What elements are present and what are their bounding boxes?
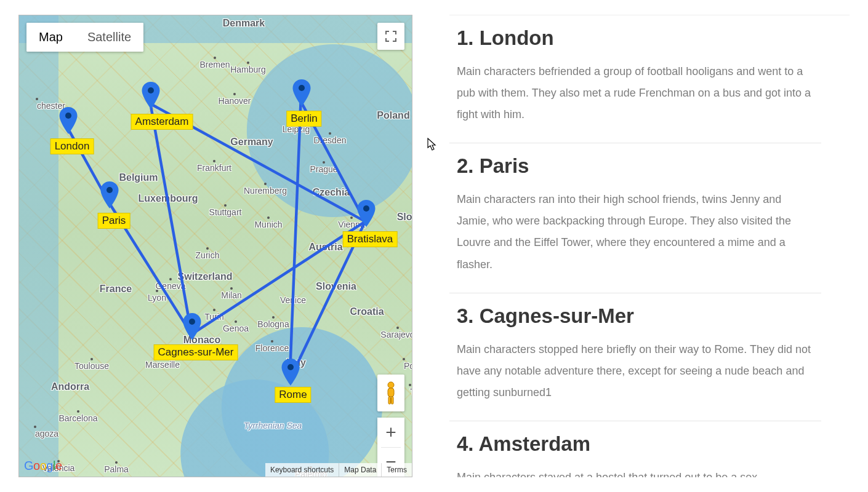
country-label: Slovenia xyxy=(316,281,356,292)
stop-title: 1. London xyxy=(457,26,814,50)
city-label: Florence xyxy=(255,343,289,353)
city-label: Munich xyxy=(254,220,282,229)
city-label: Hamburg xyxy=(230,65,266,74)
map-pin-label: Rome xyxy=(275,387,311,403)
map-pin-amsterdam[interactable] xyxy=(141,82,161,109)
stop-title: 3. Cagnes-sur-Mer xyxy=(457,304,814,328)
map-pin-label: London xyxy=(50,138,94,154)
map-pin-paris[interactable] xyxy=(100,181,119,208)
city-label: Dresden xyxy=(314,135,347,145)
city-label: Hanover xyxy=(219,96,251,106)
country-label: Luxembourg xyxy=(139,193,198,204)
fullscreen-button[interactable] xyxy=(377,23,404,50)
city-label: Bremen xyxy=(199,60,230,69)
city-label: Zurich xyxy=(196,250,220,260)
city-label: Tir xyxy=(410,387,412,397)
stop-card: 2. ParisMain characters ran into their h… xyxy=(449,143,821,293)
city-label: Stuttgart xyxy=(209,207,242,217)
map-pin-label: Berlin xyxy=(286,111,321,127)
city-label: Prague xyxy=(310,164,337,174)
map-pin-berlin[interactable] xyxy=(292,79,311,106)
country-label: Czechia xyxy=(313,187,350,198)
stops-list[interactable]: 1. LondonMain characters befriended a gr… xyxy=(449,15,850,477)
map-data-link[interactable]: Map Data xyxy=(339,463,381,477)
country-label: Belgium xyxy=(119,172,158,183)
country-label: Croatia xyxy=(350,306,384,317)
svg-rect-10 xyxy=(392,397,394,404)
svg-point-5 xyxy=(189,319,195,325)
map-pin-london[interactable] xyxy=(58,107,78,134)
city-label: agoza xyxy=(35,429,58,438)
stop-card: 1. LondonMain characters befriended a gr… xyxy=(449,15,821,143)
map-pin-label: Bratislava xyxy=(343,231,398,247)
map-pin-label: Cagnes-sur-Mer xyxy=(154,344,238,360)
city-label: Marseille xyxy=(145,360,180,370)
pegman-button[interactable] xyxy=(377,375,404,411)
city-label: Nuremberg xyxy=(244,186,287,196)
city-label: Lyon xyxy=(148,293,166,303)
pegman-icon xyxy=(383,381,399,405)
svg-rect-8 xyxy=(388,388,394,397)
stop-card: 4. AmsterdamMain characters stayed at a … xyxy=(449,421,821,477)
keyboard-shortcuts-link[interactable]: Keyboard shortcuts xyxy=(265,463,339,477)
stop-description: Main characters befriended a group of fo… xyxy=(457,61,814,125)
stop-description: Main characters stopped here briefly on … xyxy=(457,339,814,403)
map-attributions: Keyboard shortcuts Map Data Terms xyxy=(265,463,412,477)
zoom-in-button[interactable]: + xyxy=(377,418,404,447)
city-label: Toulouse xyxy=(74,361,109,371)
stop-description: Main characters ran into their high scho… xyxy=(457,189,814,275)
stop-title: 2. Paris xyxy=(457,154,814,178)
city-label: Genoa xyxy=(223,323,249,333)
country-label: Germany xyxy=(230,137,273,148)
map-pin-label: Amsterdam xyxy=(131,114,193,130)
city-label: Pod xyxy=(404,361,412,371)
sea-label: Tyrrhenian Sea xyxy=(244,421,302,430)
google-logo: Google xyxy=(24,459,62,473)
svg-point-3 xyxy=(106,187,113,193)
city-label: Frankfurt xyxy=(197,163,231,173)
svg-rect-9 xyxy=(388,397,391,404)
country-label: Denmark xyxy=(223,18,265,29)
city-label: Barcelona xyxy=(58,413,97,423)
terms-link[interactable]: Terms xyxy=(381,463,412,477)
city-label: Turin xyxy=(204,312,223,322)
map-pin-cagnes-sur-mer[interactable] xyxy=(182,313,202,340)
stop-card: 3. Cagnes-sur-MerMain characters stopped… xyxy=(449,293,821,421)
city-label: Palma xyxy=(104,464,129,474)
map-type-map-button[interactable]: Map xyxy=(26,23,75,52)
country-label: Andorra xyxy=(51,381,89,392)
city-label: Bologna xyxy=(257,319,289,329)
svg-point-6 xyxy=(287,364,294,370)
svg-point-0 xyxy=(65,113,71,119)
city-label: Geneva xyxy=(155,281,185,291)
fullscreen-icon xyxy=(385,31,396,42)
stop-title: 4. Amsterdam xyxy=(457,432,814,456)
svg-point-1 xyxy=(148,87,154,93)
map-pin-rome[interactable] xyxy=(281,359,300,386)
stop-description: Main characters stayed at a hostel that … xyxy=(457,467,814,477)
map-canvas[interactable]: DenmarkPolandGermanyBelgiumLuxembourgCze… xyxy=(18,15,412,477)
city-label: Sarajevo xyxy=(380,330,412,339)
city-label: Venice xyxy=(280,295,306,305)
map-type-toolbar: Map Satellite xyxy=(26,23,143,52)
country-label: France xyxy=(100,284,132,295)
svg-point-7 xyxy=(388,382,394,388)
map-pin-label: Paris xyxy=(98,213,131,229)
country-label: Slova xyxy=(397,212,412,223)
svg-point-2 xyxy=(299,85,305,91)
country-label: Austria xyxy=(308,242,342,253)
svg-point-4 xyxy=(363,205,369,212)
city-label: Milan xyxy=(221,290,241,300)
country-label: Poland xyxy=(377,110,409,121)
map-type-satellite-button[interactable]: Satellite xyxy=(75,23,143,52)
map-pin-bratislava[interactable] xyxy=(356,200,376,227)
country-label: Switzerland xyxy=(178,271,233,282)
